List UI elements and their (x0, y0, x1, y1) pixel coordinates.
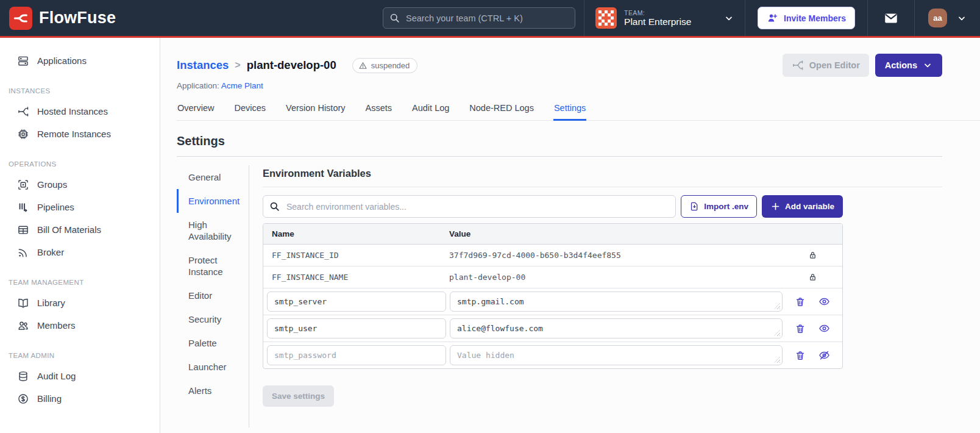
env-search-input[interactable] (263, 195, 676, 218)
sidebar-item-pipelines[interactable]: Pipelines (0, 196, 160, 218)
sidebar-item-label: Applications (37, 55, 87, 66)
avatar: aa (928, 9, 947, 27)
column-header-value: Value (448, 229, 783, 238)
database-icon (17, 370, 29, 382)
actions-button[interactable]: Actions (875, 54, 942, 77)
actions-label: Actions (885, 60, 917, 70)
hide-value-button[interactable] (818, 349, 830, 361)
sidebar-item-library[interactable]: Library (0, 292, 160, 314)
sidebar-item-hosted-instances[interactable]: Hosted Instances (0, 100, 160, 123)
warning-icon (358, 61, 367, 70)
application-line: Application: Acme Plant (177, 81, 942, 90)
application-label: Application: (177, 81, 219, 90)
breadcrumb-instances-link[interactable]: Instances (177, 59, 229, 72)
settings-nav-security[interactable]: Security (177, 307, 249, 331)
user-menu[interactable]: aa (914, 0, 980, 36)
delete-variable-button[interactable] (795, 296, 806, 307)
sidebar-item-bill-of-materials[interactable]: Bill Of Materials (0, 218, 160, 241)
env-var-name-input[interactable] (267, 292, 446, 312)
open-editor-button[interactable]: Open Editor (783, 54, 869, 77)
sidebar-item-members[interactable]: Members (0, 314, 160, 337)
env-var-value: 37f7d969-97cd-4000-b650-b3d4f4eef855 (448, 251, 783, 260)
sidebar-item-label: Members (37, 320, 76, 331)
import-doc-icon (689, 201, 700, 212)
sidebar-item-label: Hosted Instances (37, 106, 108, 116)
show-value-button[interactable] (818, 296, 830, 307)
team-avatar (595, 7, 617, 29)
resize-handle[interactable] (774, 357, 780, 363)
settings-nav-general[interactable]: General (177, 165, 249, 189)
tab-overview[interactable]: Overview (177, 99, 215, 121)
invite-members-button[interactable]: Invite Members (758, 7, 855, 29)
delete-variable-button[interactable] (795, 323, 806, 334)
env-row-ff-instance-id: FF_INSTANCE_ID 37f7d969-97cd-4000-b650-b… (263, 245, 842, 267)
team-search-input[interactable] (383, 7, 575, 29)
env-var-name-input[interactable] (267, 345, 446, 365)
env-row-smtp-server: smtp.gmail.com (263, 288, 842, 315)
team-selector[interactable]: TEAM: Plant Enterprise (584, 0, 745, 36)
users-icon (17, 320, 29, 332)
instance-tabs: OverviewDevicesVersion HistoryAssetsAudi… (177, 99, 980, 121)
plus-icon (770, 201, 781, 212)
application-link[interactable]: Acme Plant (221, 81, 263, 90)
environment-panel: Environment Variables Import .env (249, 165, 942, 428)
team-search (383, 7, 575, 29)
tab-assets[interactable]: Assets (365, 99, 393, 121)
tab-audit-log[interactable]: Audit Log (411, 99, 450, 121)
sidebar-item-applications[interactable]: Applications (0, 49, 160, 72)
sidebar-item-audit-log[interactable]: Audit Log (0, 365, 160, 387)
show-value-button[interactable] (818, 323, 830, 334)
tab-settings[interactable]: Settings (553, 99, 586, 121)
resize-handle[interactable] (774, 303, 780, 309)
chevron-down-icon (724, 13, 734, 23)
team-label: TEAM: (624, 9, 717, 16)
delete-variable-button[interactable] (795, 350, 806, 361)
lock-icon (808, 273, 817, 282)
groups-icon (17, 179, 29, 191)
resize-handle[interactable] (774, 330, 780, 336)
tab-devices[interactable]: Devices (233, 99, 266, 121)
env-var-value-input[interactable]: smtp.gmail.com (450, 292, 783, 312)
status-badge: suspended (352, 58, 418, 73)
applications-icon (17, 55, 29, 67)
settings-nav-palette[interactable]: Palette (177, 331, 249, 355)
settings-nav-alerts[interactable]: Alerts (177, 379, 249, 403)
settings-nav-environment[interactable]: Environment (177, 189, 249, 213)
settings-nav-launcher[interactable]: Launcher (177, 355, 249, 379)
env-var-value-input[interactable]: Value hidden (450, 345, 783, 365)
editor-fork-icon (792, 59, 804, 71)
sidebar-item-billing[interactable]: Billing (0, 387, 160, 410)
env-var-value-input[interactable]: alice@flowfuse.com (450, 318, 783, 338)
add-variable-button[interactable]: Add variable (762, 195, 843, 218)
app-window: FlowFuse TEAM: Plant Enterprise Invite M… (0, 0, 980, 433)
status-badge-label: suspended (371, 61, 410, 70)
search-icon (389, 12, 400, 24)
flowfuse-logo-icon (9, 7, 32, 30)
pipelines-icon (17, 201, 29, 213)
dollar-icon (17, 393, 29, 405)
invite-members-label: Invite Members (784, 13, 846, 23)
settings-nav-protect-instance[interactable]: Protect Instance (177, 248, 249, 284)
tab-version-history[interactable]: Version History (285, 99, 346, 121)
top-navbar: FlowFuse TEAM: Plant Enterprise Invite M… (0, 0, 980, 38)
tab-node-red-logs[interactable]: Node-RED Logs (469, 99, 534, 121)
settings-nav-high-availability[interactable]: High Availability (177, 213, 249, 248)
import-env-button[interactable]: Import .env (681, 195, 757, 218)
flowfuse-logo[interactable]: FlowFuse (0, 7, 124, 30)
user-plus-icon (767, 12, 778, 24)
sidebar-item-broker[interactable]: Broker (0, 241, 160, 263)
sidebar-item-label: Audit Log (37, 371, 76, 381)
env-var-name: FF_INSTANCE_NAME (263, 273, 448, 282)
sidebar-section-team-management: TEAM MANAGEMENT (9, 279, 160, 286)
env-row-smtp-user: alice@flowfuse.com (263, 315, 842, 342)
env-var-name-input[interactable] (267, 318, 446, 338)
settings-nav-editor[interactable]: Editor (177, 284, 249, 307)
sidebar-item-groups[interactable]: Groups (0, 173, 160, 196)
env-search (263, 195, 676, 218)
notifications-button[interactable] (867, 0, 914, 36)
sidebar-item-remote-instances[interactable]: Remote Instances (0, 123, 160, 145)
env-row-ff-instance-name: FF_INSTANCE_NAME plant-develop-00 (263, 267, 842, 288)
open-editor-label: Open Editor (809, 60, 860, 70)
sidebar-section-operations: OPERATIONS (9, 160, 160, 168)
save-settings-button[interactable]: Save settings (263, 385, 334, 407)
